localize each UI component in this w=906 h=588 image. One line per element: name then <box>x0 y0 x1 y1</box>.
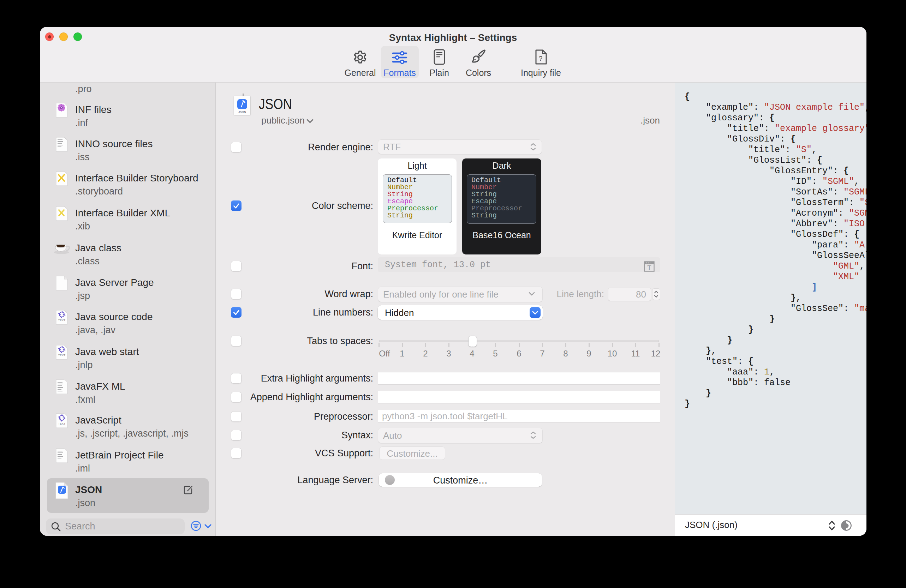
svg-text:T: T <box>648 265 651 271</box>
svg-text:TEXT: TEXT <box>58 354 66 357</box>
svg-text:TEXT: TEXT <box>58 422 66 425</box>
svg-text:TEXT: TEXT <box>58 319 66 322</box>
svg-text:?: ? <box>539 55 543 62</box>
